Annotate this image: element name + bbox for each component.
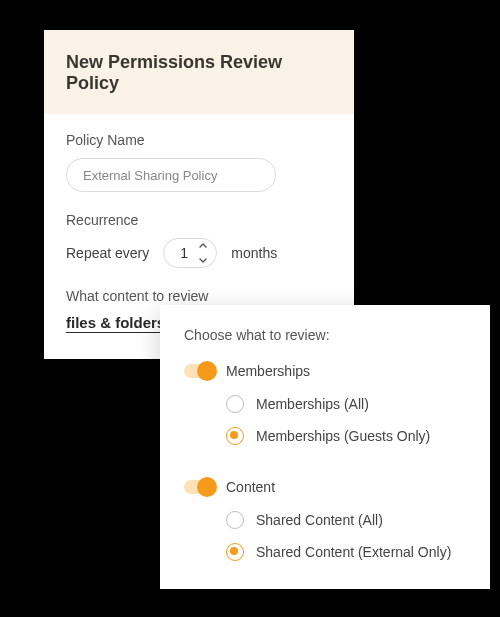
toggle-content[interactable] [184, 480, 214, 494]
content-selected: files & folders [66, 314, 165, 331]
popover-title: Choose what to review: [184, 327, 466, 343]
panel-header: New Permissions Review Policy [44, 30, 354, 114]
recurrence-row: Repeat every 1 months [66, 238, 332, 268]
review-popover: Choose what to review: Memberships Membe… [160, 305, 490, 589]
recurrence-value: 1 [180, 245, 188, 261]
policy-name-section: Policy Name [66, 132, 332, 192]
option-label: Shared Content (External Only) [256, 544, 451, 560]
group-content-label: Content [226, 479, 275, 495]
policy-name-input[interactable] [66, 158, 276, 192]
group-memberships-label: Memberships [226, 363, 310, 379]
group-memberships-options: Memberships (All) Memberships (Guests On… [184, 395, 466, 445]
radio-icon [226, 395, 244, 413]
toggle-memberships[interactable] [184, 364, 214, 378]
radio-icon [226, 543, 244, 561]
policy-name-label: Policy Name [66, 132, 332, 148]
panel-title: New Permissions Review Policy [66, 52, 332, 94]
recurrence-prefix: Repeat every [66, 245, 149, 261]
option-memberships-all[interactable]: Memberships (All) [226, 395, 466, 413]
option-label: Memberships (All) [256, 396, 369, 412]
group-memberships: Memberships Memberships (All) Membership… [184, 363, 466, 445]
recurrence-stepper[interactable]: 1 [163, 238, 217, 268]
recurrence-unit: months [231, 245, 277, 261]
option-label: Shared Content (All) [256, 512, 383, 528]
content-label: What content to review [66, 288, 332, 304]
option-shared-external[interactable]: Shared Content (External Only) [226, 543, 466, 561]
stepper-arrows-icon [199, 243, 207, 263]
radio-icon [226, 511, 244, 529]
recurrence-label: Recurrence [66, 212, 332, 228]
group-memberships-header: Memberships [184, 363, 466, 379]
option-shared-all[interactable]: Shared Content (All) [226, 511, 466, 529]
group-content-options: Shared Content (All) Shared Content (Ext… [184, 511, 466, 561]
radio-icon [226, 427, 244, 445]
option-label: Memberships (Guests Only) [256, 428, 430, 444]
recurrence-section: Recurrence Repeat every 1 months [66, 212, 332, 268]
group-content-header: Content [184, 479, 466, 495]
group-content: Content Shared Content (All) Shared Cont… [184, 479, 466, 561]
option-memberships-guests[interactable]: Memberships (Guests Only) [226, 427, 466, 445]
